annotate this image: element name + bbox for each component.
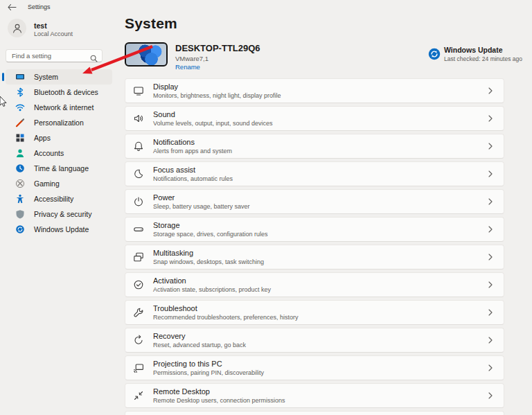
chevron-right-icon <box>487 197 494 206</box>
remote-desktop-icon <box>133 390 144 401</box>
accounts-icon <box>15 148 25 158</box>
settings-list: DisplayMonitors, brightness, night light… <box>125 78 504 415</box>
row-title: Troubleshoot <box>153 304 299 312</box>
chevron-right-icon <box>487 364 494 372</box>
rename-link[interactable]: Rename <box>175 63 200 71</box>
bluetooth-icon <box>15 87 25 97</box>
sidebar-item-label: System <box>34 73 58 81</box>
sidebar-item-personalization[interactable]: Personalization <box>6 115 112 130</box>
chevron-right-icon <box>487 225 494 233</box>
row-subtitle: Volume levels, output, input, sound devi… <box>153 120 273 127</box>
sidebar-item-bluetooth-devices[interactable]: Bluetooth & devices <box>6 85 112 100</box>
settings-row-focus-assist[interactable]: Focus assistNotifications, automatic rul… <box>125 161 504 186</box>
sidebar-item-label: Time & language <box>34 164 89 173</box>
network-icon <box>15 103 25 112</box>
recovery-icon <box>133 335 144 346</box>
device-name: DESKTOP-TTL29Q6 <box>175 43 260 53</box>
chevron-right-icon <box>487 391 494 400</box>
settings-row-power[interactable]: PowerSleep, battery usage, battery saver <box>125 189 504 214</box>
settings-row-display[interactable]: DisplayMonitors, brightness, night light… <box>125 78 504 103</box>
chevron-right-icon <box>487 336 494 344</box>
privacy-security-icon <box>15 209 25 219</box>
search-icon <box>90 53 98 65</box>
row-title: Multitasking <box>153 249 264 257</box>
window-title: Settings <box>28 3 51 10</box>
sidebar-item-apps[interactable]: Apps <box>6 130 112 145</box>
row-subtitle: Notifications, automatic rules <box>153 175 233 182</box>
chevron-right-icon <box>487 114 494 123</box>
troubleshoot-icon <box>133 307 144 318</box>
projecting-icon <box>133 362 144 373</box>
search-box[interactable] <box>6 49 103 62</box>
settings-row-sound[interactable]: SoundVolume levels, output, input, sound… <box>125 106 504 131</box>
row-subtitle: Snap windows, desktops, task switching <box>153 258 264 265</box>
sidebar-item-system[interactable]: System <box>6 69 112 85</box>
system-icon <box>15 72 25 82</box>
sidebar-item-label: Bluetooth & devices <box>34 88 98 96</box>
settings-row-notifications[interactable]: NotificationsAlerts from apps and system <box>125 134 504 159</box>
chevron-right-icon <box>487 253 494 261</box>
sidebar-item-time-language[interactable]: Time & language <box>6 161 112 176</box>
sidebar-item-label: Windows Update <box>34 225 89 233</box>
row-title: Activation <box>153 276 271 285</box>
row-title: Power <box>153 193 250 202</box>
windows-update-status: Last checked: 24 minutes ago <box>444 55 522 62</box>
row-subtitle: Activation state, subscriptions, product… <box>153 286 271 293</box>
row-subtitle: Monitors, brightness, night light, displ… <box>153 92 281 99</box>
settings-row-activation[interactable]: ActivationActivation state, subscription… <box>125 272 504 297</box>
row-title: Sound <box>153 110 273 118</box>
back-arrow-icon <box>8 3 17 11</box>
sidebar-item-accessibility[interactable]: Accessibility <box>6 191 112 206</box>
sidebar-item-label: Privacy & security <box>34 210 91 218</box>
settings-row-recovery[interactable]: RecoveryReset, advanced startup, go back <box>125 328 504 353</box>
device-model: VMware7,1 <box>175 55 209 62</box>
personalization-icon <box>15 118 25 127</box>
settings-window: Settings test Local Account System <box>0 0 532 415</box>
sidebar-item-accounts[interactable]: Accounts <box>6 145 112 161</box>
chevron-right-icon <box>487 170 494 178</box>
apps-icon <box>15 133 25 143</box>
row-subtitle: Remote Desktop users, connection permiss… <box>153 397 285 404</box>
settings-row-remote-desktop[interactable]: Remote DesktopRemote Desktop users, conn… <box>125 383 504 408</box>
row-subtitle: Sleep, battery usage, battery saver <box>153 203 250 210</box>
sidebar-item-gaming[interactable]: Gaming <box>6 176 112 191</box>
user-account-type: Local Account <box>34 30 73 37</box>
row-subtitle: Permissions, pairing PIN, discoverabilit… <box>153 369 264 376</box>
accessibility-icon <box>15 194 25 204</box>
search-input[interactable] <box>6 50 102 62</box>
settings-row-partial[interactable] <box>125 411 504 415</box>
settings-row-storage[interactable]: StorageStorage space, drives, configurat… <box>125 217 504 242</box>
notifications-icon <box>133 141 144 152</box>
back-button[interactable] <box>7 3 17 11</box>
focus-assist-icon <box>133 168 144 179</box>
windows-update-icon <box>15 224 25 234</box>
row-subtitle: Reset, advanced startup, go back <box>153 342 246 348</box>
sidebar-item-label: Accessibility <box>34 195 73 203</box>
sidebar-item-privacy-security[interactable]: Privacy & security <box>6 206 112 222</box>
row-title: Storage <box>153 221 268 229</box>
row-title: Recovery <box>153 332 246 340</box>
settings-row-multitasking[interactable]: MultitaskingSnap windows, desktops, task… <box>125 245 504 270</box>
sidebar-item-label: Network & internet <box>34 103 94 112</box>
person-icon <box>12 23 23 34</box>
row-subtitle: Storage space, drives, configuration rul… <box>153 231 268 238</box>
settings-row-troubleshoot[interactable]: TroubleshootRecommended troubleshooters,… <box>125 300 504 325</box>
chevron-right-icon <box>487 281 494 289</box>
chevron-right-icon <box>487 142 494 150</box>
chevron-right-icon <box>487 87 494 95</box>
activation-icon <box>133 279 144 290</box>
sidebar-item-label: Gaming <box>34 179 60 188</box>
settings-row-projecting[interactable]: Projecting to this PCPermissions, pairin… <box>125 355 504 380</box>
windows-update-title: Windows Update <box>444 46 522 54</box>
windows-update-summary[interactable]: Windows Update Last checked: 24 minutes … <box>428 46 522 62</box>
sidebar-item-windows-update[interactable]: Windows Update <box>6 222 112 237</box>
device-thumbnail <box>125 42 168 67</box>
row-title: Notifications <box>153 138 232 146</box>
row-title: Remote Desktop <box>153 387 285 396</box>
avatar <box>8 19 26 37</box>
display-icon <box>133 85 144 96</box>
row-subtitle: Alerts from apps and system <box>153 148 232 154</box>
sidebar-item-label: Accounts <box>34 149 64 157</box>
sidebar-item-network-internet[interactable]: Network & internet <box>6 100 112 115</box>
storage-icon <box>133 224 144 235</box>
